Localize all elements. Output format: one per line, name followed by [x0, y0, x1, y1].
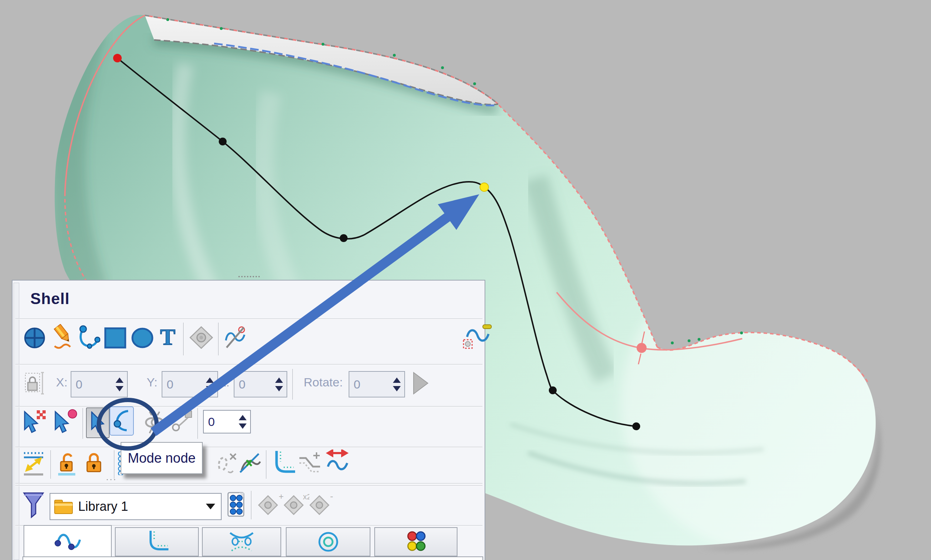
text-tool-icon[interactable]: T — [156, 324, 179, 351]
tab-pinch[interactable] — [202, 527, 281, 557]
y-value: 0 — [162, 377, 173, 391]
z-label: Z: — [219, 375, 230, 389]
tab-splines[interactable] — [23, 525, 112, 558]
select-cursor-button[interactable] — [86, 408, 110, 438]
steps-value: 0 — [204, 415, 215, 429]
panel-grip[interactable] — [238, 276, 260, 277]
library-value: Library 1 — [78, 499, 128, 514]
svg-text:+: + — [279, 494, 284, 501]
curve-cross-icon[interactable] — [238, 450, 262, 477]
y-label: Y: — [147, 375, 157, 389]
curve-reduce-icon[interactable] — [463, 324, 492, 351]
curve-slash-icon[interactable] — [224, 325, 247, 350]
curve-node-start[interactable] — [113, 54, 122, 62]
rotate-spinner[interactable] — [393, 377, 404, 391]
offset-plus-icon[interactable] — [299, 451, 324, 477]
corner-fillet-icon[interactable] — [272, 449, 296, 477]
spline-draw-icon[interactable] — [77, 325, 100, 351]
size-lock-icon[interactable] — [23, 369, 46, 398]
app-window: Shell T X: 0 Y: 0 Z: 0 Rotate: 0 — [0, 0, 931, 560]
ellipse-tool-icon[interactable] — [130, 326, 154, 350]
lock-icon[interactable] — [83, 449, 105, 478]
select-point-icon[interactable] — [52, 409, 79, 437]
z-input[interactable]: 0 — [234, 371, 287, 397]
folder-icon — [54, 498, 73, 515]
rectangle-tool-icon[interactable] — [103, 326, 127, 350]
tab-content-area — [23, 557, 483, 560]
curve-node-selected[interactable] — [480, 183, 488, 191]
mode-node-button[interactable] — [110, 406, 134, 435]
svg-text:T: T — [160, 325, 176, 350]
pattern-remove-icon: - — [309, 494, 335, 517]
steps-input[interactable]: 0 — [203, 410, 251, 434]
x-spinner[interactable] — [116, 377, 127, 391]
lock-ellipsis: ... — [106, 472, 117, 483]
tab-corner[interactable] — [115, 527, 199, 557]
stretch-wave-icon[interactable] — [326, 449, 349, 477]
mode-node-tooltip: Mode node — [120, 442, 203, 474]
group-diamond-icon[interactable] — [189, 325, 214, 350]
y-input[interactable]: 0 — [162, 371, 218, 397]
panel-title: Shell — [30, 290, 69, 308]
unlock-icon[interactable] — [56, 449, 80, 478]
curve-node[interactable] — [632, 422, 640, 430]
y-spinner[interactable] — [206, 377, 217, 391]
z-value: 0 — [235, 377, 245, 391]
curve-node[interactable] — [340, 234, 347, 242]
node-corner-icon[interactable] — [171, 409, 193, 434]
combo-dropdown-arrow[interactable] — [206, 504, 221, 509]
tab-colors[interactable] — [374, 527, 457, 557]
rotate-input[interactable]: 0 — [349, 371, 405, 397]
project-lines-icon[interactable] — [23, 451, 45, 477]
rotate-value: 0 — [349, 377, 360, 391]
steps-spinner[interactable] — [239, 415, 250, 429]
x-label: X: — [56, 375, 68, 389]
curve-node[interactable] — [549, 386, 557, 394]
rotate-label: Rotate: — [304, 375, 343, 389]
x-value: 0 — [71, 377, 82, 391]
pencil-sketch-icon[interactable] — [52, 324, 77, 351]
pattern-add-icon: + — [258, 494, 284, 517]
shell-panel: Shell T X: 0 Y: 0 Z: 0 Rotate: 0 — [12, 280, 485, 560]
pattern-grid-icon[interactable] — [226, 492, 247, 518]
pattern-x2-icon: x2 — [284, 494, 309, 517]
filter-funnel-icon[interactable] — [23, 492, 45, 520]
nodes-delete-icon[interactable] — [216, 451, 238, 477]
x-input[interactable]: 0 — [71, 371, 128, 397]
panel-resize-gutter[interactable] — [14, 283, 19, 560]
tab-circles[interactable] — [286, 527, 371, 557]
svg-text:-: - — [330, 494, 333, 502]
select-multi-icon[interactable] — [22, 409, 48, 437]
z-spinner[interactable] — [275, 377, 287, 391]
library-combobox[interactable]: Library 1 — [49, 493, 222, 520]
target-circle-icon[interactable] — [23, 325, 46, 351]
svg-text:x2: x2 — [303, 494, 309, 501]
curve-node[interactable] — [219, 138, 227, 145]
apply-rotate-icon[interactable] — [411, 370, 431, 396]
detach-link-icon[interactable] — [142, 409, 167, 435]
